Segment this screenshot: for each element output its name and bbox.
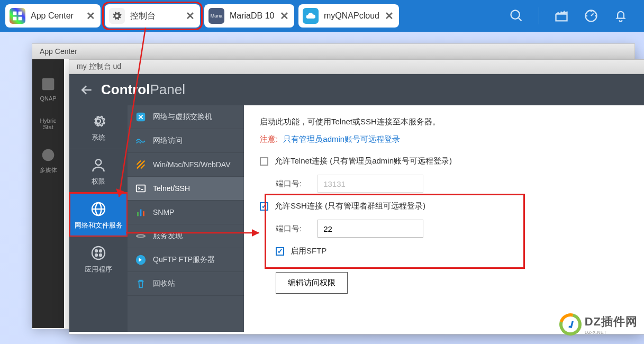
tab-label: myQNAPcloud	[324, 11, 385, 21]
svg-point-18	[99, 254, 102, 256]
app-center-icon	[10, 8, 25, 24]
back-icon[interactable]	[80, 83, 94, 97]
note-link[interactable]: 只有管理员admin账号可远程登录	[283, 134, 400, 143]
row-recycle[interactable]: 回收站	[128, 272, 244, 296]
ssh-port-input[interactable]	[318, 220, 423, 238]
checkbox-checked-icon[interactable]: ✓	[260, 202, 268, 211]
sidebar-item-media[interactable]: 多媒体	[39, 146, 57, 174]
note-text: 注意: 只有管理员admin账号可远程登录	[260, 134, 629, 144]
search-icon[interactable]	[509, 8, 524, 23]
row-net-vswitch[interactable]: 网络与虚拟交换机	[128, 105, 244, 129]
watermark-logo-icon	[555, 309, 585, 339]
app-center-sidebar: QNAP Hybric Stat 多媒体	[32, 59, 64, 328]
page-title: ControlPanel	[101, 82, 185, 98]
close-icon[interactable]: ✕	[86, 10, 95, 22]
tab-label: MariaDB 10	[230, 11, 280, 21]
cloud-icon	[303, 8, 319, 24]
svg-point-25	[138, 235, 144, 237]
top-tabbar: App Center ✕ 控制台 ✕ Maria MariaDB 10 ✕ my…	[0, 0, 644, 32]
tab-app-center[interactable]: App Center ✕	[5, 4, 101, 28]
dashboard-icon[interactable]	[584, 8, 598, 23]
row-telnet-ssh[interactable]: Telnet/SSH	[128, 177, 244, 201]
svg-point-15	[95, 250, 97, 252]
row-net-access[interactable]: 网络访问	[128, 129, 244, 153]
watermark: DZ插件网 DZ-X.NET	[559, 313, 638, 336]
control-panel-header: ControlPanel	[69, 74, 644, 105]
ssh-checkbox-row[interactable]: ✓ 允许SSH连接 (只有管理者群组可远程登录)	[260, 201, 629, 211]
row-snmp[interactable]: SNMP	[128, 201, 244, 224]
svg-rect-0	[13, 12, 17, 15]
sidebar-item-hybrid[interactable]: Hybric Stat	[40, 117, 56, 130]
svg-point-10	[96, 159, 102, 165]
sidebar-item-network[interactable]: 网络和文件服务	[69, 193, 128, 237]
separator	[539, 7, 539, 24]
checkbox-unchecked-icon[interactable]	[260, 157, 268, 166]
close-icon[interactable]: ✕	[385, 10, 394, 22]
row-quftp[interactable]: QuFTP FTP服务器	[128, 248, 244, 272]
category-sidebar: 系统 权限 网络和文件服务 应用程序	[69, 105, 128, 332]
svg-rect-7	[42, 78, 55, 90]
tab-mariadb[interactable]: Maria MariaDB 10 ✕	[204, 4, 294, 28]
window-title: my 控制台 ud	[69, 60, 644, 74]
tab-label: App Center	[31, 11, 86, 21]
svg-rect-3	[19, 17, 22, 21]
sidebar-item-qnap[interactable]: QNAP	[39, 75, 57, 102]
checkbox-checked-icon[interactable]: ✓	[276, 247, 284, 256]
telnet-checkbox-row[interactable]: 允许Telnet连接 (只有管理员admin账号可远程登录)	[260, 156, 629, 166]
port-label: 端口号:	[276, 224, 302, 234]
sidebar-item-apps[interactable]: 应用程序	[69, 237, 128, 280]
svg-point-8	[42, 149, 55, 161]
svg-line-5	[519, 18, 522, 21]
svg-rect-1	[19, 12, 22, 15]
svg-point-9	[96, 119, 101, 123]
row-discovery[interactable]: 服务发现	[128, 224, 244, 248]
tab-control-panel[interactable]: 控制台 ✕	[105, 4, 200, 28]
control-panel-window: my 控制台 ud ControlPanel 系统 权限 网络和文件服务 应用程…	[69, 59, 644, 334]
settings-panel: 启动此功能，可使用Telnet或SSH连接至本服务器。 注意: 只有管理员adm…	[244, 105, 644, 332]
svg-point-16	[99, 250, 102, 252]
sidebar-item-system[interactable]: 系统	[69, 105, 128, 149]
tab-label: 控制台	[130, 11, 186, 22]
row-win-mac[interactable]: Win/Mac/NFS/WebDAV	[128, 153, 244, 177]
sidebar-item-privilege[interactable]: 权限	[69, 149, 128, 193]
svg-point-14	[92, 247, 105, 259]
tab-myqnapcloud[interactable]: myQNAPcloud ✕	[298, 4, 399, 28]
telnet-port-input[interactable]	[318, 175, 423, 193]
close-icon[interactable]: ✕	[186, 10, 195, 22]
ssh-port-row: 端口号:	[276, 220, 629, 238]
topbar-actions	[509, 7, 639, 24]
port-label: 端口号:	[276, 179, 302, 189]
intro-text: 启动此功能，可使用Telnet或SSH连接至本服务器。	[260, 117, 629, 127]
edit-access-button[interactable]: 编辑访问权限	[276, 272, 348, 294]
bell-icon[interactable]	[613, 8, 628, 23]
close-icon[interactable]: ✕	[280, 10, 289, 22]
svg-point-17	[95, 254, 97, 256]
svg-point-4	[511, 11, 520, 19]
sftp-checkbox-row[interactable]: ✓ 启用SFTP	[276, 246, 629, 256]
svg-rect-20	[137, 185, 146, 192]
gear-icon	[109, 8, 125, 24]
svg-rect-2	[13, 17, 17, 21]
clapper-icon[interactable]	[554, 8, 569, 23]
subcategory-list: 网络与虚拟交换机 网络访问 Win/Mac/NFS/WebDAV Telnet/…	[128, 105, 244, 332]
mariadb-icon: Maria	[208, 8, 224, 24]
telnet-port-row: 端口号:	[276, 175, 629, 193]
window-title: App Center	[32, 44, 634, 59]
